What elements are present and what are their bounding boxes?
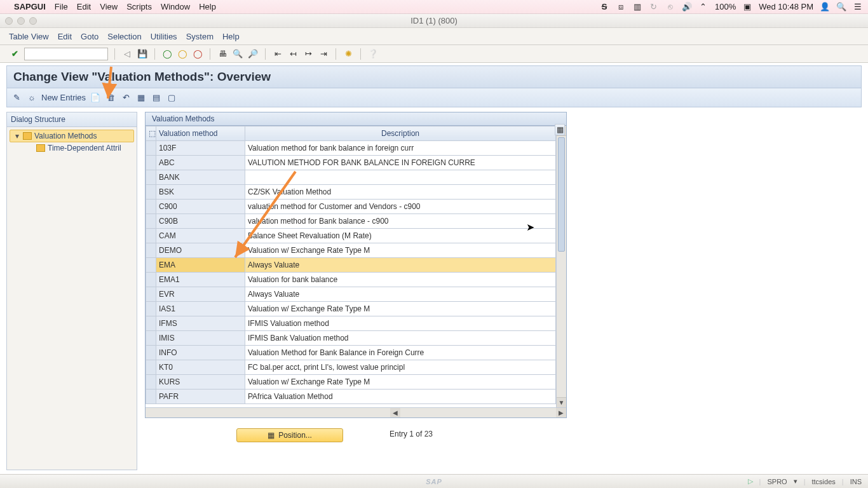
cell-valuation-method[interactable]: IAS1: [156, 302, 245, 316]
table-row[interactable]: IMISIFMIS Bank Valuation method: [146, 331, 556, 346]
scroll-down-icon[interactable]: ▼: [557, 397, 566, 407]
cell-valuation-method[interactable]: 103F: [156, 141, 245, 156]
col-description[interactable]: Description: [245, 126, 556, 141]
horizontal-scrollbar[interactable]: ◀ ▶: [146, 407, 566, 417]
deselect-all-icon[interactable]: ▢: [166, 92, 177, 104]
row-selector[interactable]: [146, 185, 156, 200]
menu-tableview[interactable]: Table View: [9, 32, 49, 41]
new-entries-button[interactable]: New Entries: [41, 93, 86, 102]
last-page-icon[interactable]: ⇥: [318, 48, 329, 60]
cell-valuation-method[interactable]: BANK: [156, 170, 245, 185]
col-valuation-method[interactable]: Valuation method: [156, 126, 245, 141]
table-row[interactable]: C900valuation method for Customer and Ve…: [146, 200, 556, 214]
back-nav-icon[interactable]: ◯: [161, 48, 173, 60]
cell-description[interactable]: Always Valuate: [245, 287, 556, 302]
table-row[interactable]: IFMSIFMIS Valuation method: [146, 316, 556, 331]
status-clock[interactable]: Wed 10:48 PM: [759, 2, 813, 11]
row-selector[interactable]: [146, 258, 156, 273]
cell-description[interactable]: Valuation w/ Exchange Rate Type M: [245, 302, 556, 316]
row-selector[interactable]: [146, 331, 156, 346]
cell-description[interactable]: Valuation Method for Bank Balance in For…: [245, 346, 556, 360]
row-selector[interactable]: [146, 200, 156, 214]
select-all-icon[interactable]: ▦: [135, 92, 147, 104]
cell-valuation-method[interactable]: EVR: [156, 287, 245, 302]
table-row[interactable]: 103FValuation method for bank balance in…: [146, 141, 556, 156]
find-icon[interactable]: 🔍: [232, 48, 243, 60]
row-selector[interactable]: [146, 243, 156, 258]
select-all-rows-icon[interactable]: ⬚: [146, 126, 156, 141]
table-row[interactable]: IAS1Valuation w/ Exchange Rate Type M: [146, 302, 556, 316]
cell-valuation-method[interactable]: ABC: [156, 156, 245, 170]
cell-valuation-method[interactable]: IFMS: [156, 316, 245, 331]
status-tcode[interactable]: SPRO: [767, 478, 787, 485]
first-page-icon[interactable]: ⇤: [272, 48, 283, 60]
cell-description[interactable]: IFMIS Bank Valuation method: [245, 331, 556, 346]
other-entry-icon[interactable]: ☼: [26, 92, 37, 104]
enter-icon[interactable]: ✔: [9, 48, 20, 60]
cell-valuation-method[interactable]: KURS: [156, 375, 245, 390]
status-charge-icon[interactable]: ▣: [742, 2, 752, 11]
row-selector[interactable]: [146, 229, 156, 243]
cell-valuation-method[interactable]: C90B: [156, 214, 245, 229]
cell-valuation-method[interactable]: BSK: [156, 185, 245, 200]
table-row[interactable]: CAMBalance Sheet Revaluation (M Rate): [146, 229, 556, 243]
row-selector[interactable]: [146, 316, 156, 331]
cell-valuation-method[interactable]: DEMO: [156, 243, 245, 258]
mac-menu-file[interactable]: File: [55, 2, 68, 11]
status-doc-icon[interactable]: ⧇: [616, 2, 626, 12]
display-change-icon[interactable]: ✎: [11, 92, 22, 104]
cell-valuation-method[interactable]: INFO: [156, 346, 245, 360]
row-selector[interactable]: [146, 170, 156, 185]
menu-selection[interactable]: Selection: [107, 32, 141, 41]
scroll-right-icon[interactable]: ▶: [556, 408, 566, 417]
row-selector[interactable]: [146, 302, 156, 316]
cell-description[interactable]: PAfrica Valuation Method: [245, 390, 556, 404]
prev-page-icon[interactable]: ↤: [287, 48, 299, 60]
cell-description[interactable]: Valuation w/ Exchange Rate Type M: [245, 243, 556, 258]
cell-description[interactable]: IFMIS Valuation method: [245, 316, 556, 331]
table-row[interactable]: EMAAlways Valuate: [146, 258, 556, 273]
cell-description[interactable]: Valuation for bank balance: [245, 273, 556, 287]
table-row[interactable]: DEMOValuation w/ Exchange Rate Type M: [146, 243, 556, 258]
zoom-window-button[interactable]: [29, 17, 37, 25]
undo-change-icon[interactable]: ↶: [120, 92, 132, 104]
status-spotlight-icon[interactable]: 🔍: [836, 2, 846, 11]
new-session-icon[interactable]: ✺: [342, 48, 354, 60]
row-selector[interactable]: [146, 214, 156, 229]
exit-icon[interactable]: ◯: [177, 48, 188, 60]
status-dropdown-icon[interactable]: ▾: [794, 477, 797, 485]
table-row[interactable]: EVRAlways Valuate: [146, 287, 556, 302]
status-s-icon[interactable]: S: [599, 2, 609, 11]
status-bluetooth-icon[interactable]: ⎋: [665, 2, 675, 11]
cell-description[interactable]: Balance Sheet Revaluation (M Rate): [245, 229, 556, 243]
cell-valuation-method[interactable]: EMA: [156, 258, 245, 273]
cell-valuation-method[interactable]: CAM: [156, 229, 245, 243]
minimize-window-button[interactable]: [17, 17, 25, 25]
cell-description[interactable]: valuation method for Bank balance - c900: [245, 214, 556, 229]
table-row[interactable]: BANK: [146, 170, 556, 185]
table-settings-icon[interactable]: ▦: [555, 124, 565, 135]
cell-description[interactable]: Valuation method for bank balance in for…: [245, 141, 556, 156]
status-nav-icon[interactable]: ▷: [748, 477, 753, 485]
copy-as-icon[interactable]: 📄: [90, 92, 101, 104]
help-icon[interactable]: ❔: [367, 48, 379, 60]
menu-help[interactable]: Help: [222, 32, 240, 41]
table-row[interactable]: EMA1Valuation for bank balance: [146, 273, 556, 287]
print-icon[interactable]: 🖶: [217, 48, 228, 60]
row-selector[interactable]: [146, 360, 156, 375]
scroll-thumb[interactable]: [558, 137, 565, 252]
mac-menu-window[interactable]: Window: [161, 2, 190, 11]
table-row[interactable]: KURSValuation w/ Exchange Rate Type M: [146, 375, 556, 390]
cell-description[interactable]: CZ/SK Valuation Method: [245, 185, 556, 200]
cell-description[interactable]: Valuation w/ Exchange Rate Type M: [245, 375, 556, 390]
status-notifications-icon[interactable]: ☰: [853, 2, 863, 11]
tree-node-time-dependent[interactable]: Time-Dependent Attril: [10, 142, 134, 154]
status-battery-percent[interactable]: 100%: [715, 2, 736, 11]
table-row[interactable]: PAFRPAfrica Valuation Method: [146, 390, 556, 404]
cell-description[interactable]: VALUTION METHOD FOR BANK BALANCE IN FORE…: [245, 156, 556, 170]
next-page-icon[interactable]: ↦: [302, 48, 314, 60]
table-row[interactable]: C90Bvaluation method for Bank balance - …: [146, 214, 556, 229]
menu-system[interactable]: System: [186, 32, 214, 41]
delete-icon[interactable]: 🗑: [105, 92, 116, 104]
status-wifi-icon[interactable]: ⌃: [698, 2, 709, 11]
